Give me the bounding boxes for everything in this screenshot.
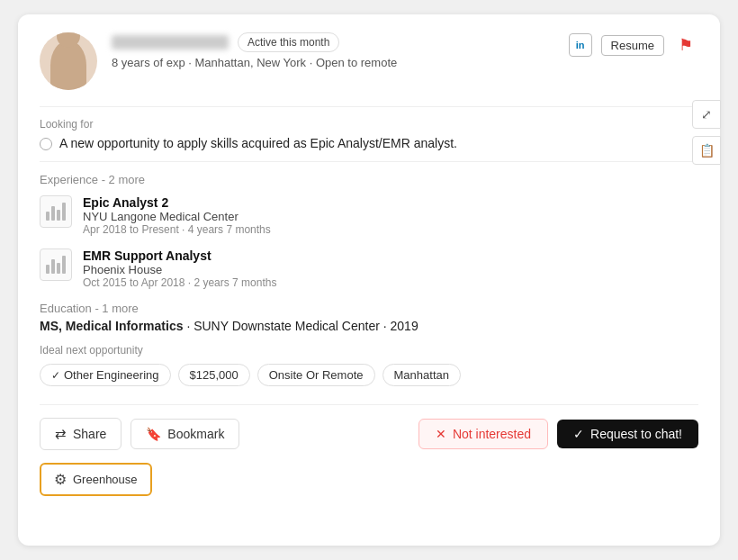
radio-dot	[40, 138, 52, 150]
flag-button[interactable]: ⚑	[673, 32, 698, 58]
education-year: 2019	[391, 319, 418, 333]
exp-item-2: EMR Support Analyst Phoenix House Oct 20…	[40, 248, 698, 289]
divider-2	[40, 161, 698, 162]
bar	[57, 210, 60, 221]
tag-other-engineering: Other Engineering	[40, 364, 171, 386]
education-separator: ·	[186, 319, 194, 333]
bar	[46, 265, 50, 274]
bookmark-button[interactable]: 🔖 Bookmark	[130, 419, 239, 449]
avatar	[40, 32, 97, 90]
footer-divider	[40, 404, 698, 405]
exp-company-1: NYU Langone Medical Center	[83, 210, 271, 223]
note-button[interactable]: 📋	[692, 136, 721, 165]
exp-logo-bars-2	[46, 256, 66, 274]
exp-details-2: EMR Support Analyst Phoenix House Oct 20…	[83, 248, 276, 289]
resume-button[interactable]: Resume	[601, 35, 664, 56]
expand-button[interactable]: ⤢	[692, 100, 721, 129]
tag-location-type-label: Onsite Or Remote	[269, 368, 364, 382]
profile-card: Active this month 8 years of exp · Manha…	[18, 14, 720, 546]
bar	[57, 263, 60, 274]
exp-dates-2: Oct 2015 to Apr 2018 · 2 years 7 months	[83, 276, 276, 289]
share-icon: ⇄	[55, 426, 67, 442]
ideal-label: Ideal next opportunity	[40, 344, 698, 357]
bar	[62, 203, 66, 221]
flag-icon: ⚑	[679, 35, 693, 55]
exp-logo-1	[40, 195, 72, 228]
candidate-name-blur	[112, 35, 229, 50]
education-school: SUNY Downstate Medical Center	[194, 319, 380, 333]
request-chat-label: Request to chat!	[590, 427, 682, 441]
tag-city: Manhattan	[382, 364, 461, 386]
tags-row: Other Engineering $125,000 Onsite Or Rem…	[40, 364, 698, 386]
education-label: Education - 1 more	[40, 302, 698, 315]
not-interested-button[interactable]: ✕ Not interested	[418, 419, 548, 449]
active-badge: Active this month	[238, 32, 339, 52]
share-button[interactable]: ⇄ Share	[40, 418, 122, 450]
exp-item-1: Epic Analyst 2 NYU Langone Medical Cente…	[40, 195, 698, 236]
header-actions: in Resume ⚑	[569, 32, 698, 58]
looking-for-section: Looking for A new opportunity to apply s…	[40, 118, 698, 150]
bar	[62, 256, 66, 274]
tag-salary-label: $125,000	[190, 368, 238, 382]
education-degree: MS, Medical Informatics	[40, 319, 183, 333]
exp-company-2: Phoenix House	[83, 263, 276, 276]
bookmark-icon: 🔖	[146, 427, 161, 441]
share-label: Share	[73, 427, 106, 441]
tag-salary: $125,000	[178, 364, 250, 386]
looking-for-text: A new opportunity to apply skills acquir…	[59, 136, 457, 150]
exp-logo-bars-1	[46, 203, 66, 221]
exp-dates-1: Apr 2018 to Present · 4 years 7 months	[83, 223, 271, 236]
greenhouse-row: ⚙ Greenhouse	[40, 463, 698, 496]
experience-section: Experience - 2 more Epic Analyst 2 NYU L…	[40, 173, 698, 289]
greenhouse-button[interactable]: ⚙ Greenhouse	[40, 463, 152, 496]
expand-icon: ⤢	[701, 107, 712, 122]
divider-1	[40, 106, 698, 107]
ideal-section: Ideal next opportunity Other Engineering…	[40, 344, 698, 386]
tag-location-type: Onsite Or Remote	[257, 364, 375, 386]
exp-title-2: EMR Support Analyst	[83, 248, 276, 263]
looking-for-label: Looking for	[40, 118, 698, 131]
bookmark-label: Bookmark	[167, 427, 224, 441]
tag-other-engineering-label: Other Engineering	[64, 368, 159, 382]
education-year-sep: ·	[383, 319, 391, 333]
not-interested-icon: ✕	[436, 427, 446, 441]
bar	[46, 212, 50, 221]
education-section: Education - 1 more MS, Medical Informati…	[40, 302, 698, 333]
greenhouse-icon: ⚙	[54, 471, 67, 488]
experience-label: Experience - 2 more	[40, 173, 698, 186]
looking-for-row: A new opportunity to apply skills acquir…	[40, 136, 698, 150]
checkmark-icon: ✓	[573, 427, 584, 441]
greenhouse-label: Greenhouse	[73, 473, 138, 486]
exp-details-1: Epic Analyst 2 NYU Langone Medical Cente…	[83, 195, 271, 236]
exp-logo-2	[40, 248, 72, 281]
linkedin-button[interactable]: in	[569, 33, 592, 57]
bar	[51, 259, 55, 274]
action-row: ⇄ Share 🔖 Bookmark ✕ Not interested ✓ Re…	[40, 418, 698, 450]
exp-title-1: Epic Analyst 2	[83, 195, 271, 210]
side-icons: ⤢ 📋	[692, 100, 721, 165]
education-text: MS, Medical Informatics · SUNY Downstate…	[40, 319, 698, 333]
candidate-meta: 8 years of exp · Manhattan, New York · O…	[112, 56, 698, 69]
note-icon: 📋	[699, 143, 715, 158]
bar	[51, 206, 55, 221]
not-interested-label: Not interested	[453, 427, 531, 441]
request-chat-button[interactable]: ✓ Request to chat!	[557, 420, 698, 448]
tag-city-label: Manhattan	[394, 368, 449, 382]
